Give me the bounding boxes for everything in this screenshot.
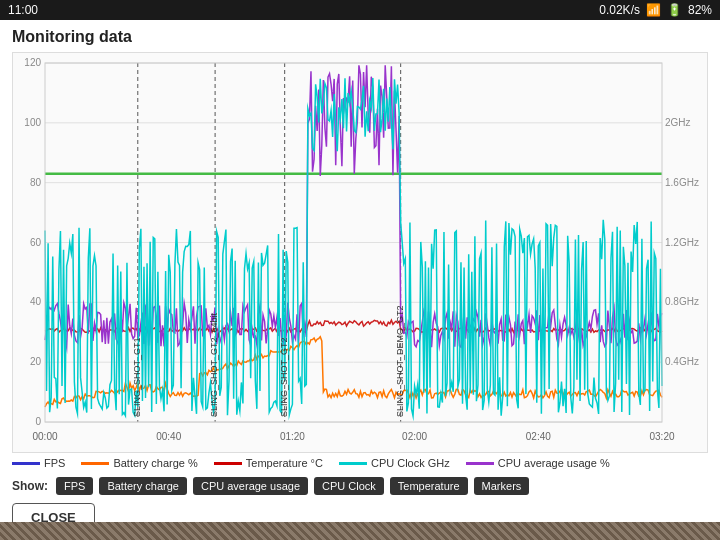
status-bar: 11:00 0.02K/s 📶 🔋 82%	[0, 0, 720, 20]
legend-temperature: Temperature °C	[214, 457, 323, 469]
main-content: Monitoring data FPS Battery charge % Tem…	[0, 20, 720, 540]
battery-icon: 🔋	[667, 3, 682, 17]
legend-battery: Battery charge %	[81, 457, 197, 469]
legend-fps: FPS	[12, 457, 65, 469]
status-right: 0.02K/s 📶 🔋 82%	[599, 3, 712, 17]
show-row: Show: FPS Battery charge CPU average usa…	[12, 473, 708, 499]
legend-row: FPS Battery charge % Temperature °C CPU …	[12, 453, 708, 473]
wifi-icon: 📶	[646, 3, 661, 17]
chart-container	[12, 52, 708, 453]
show-markers-button[interactable]: Markers	[474, 477, 530, 495]
legend-battery-label: Battery charge %	[113, 457, 197, 469]
legend-cpu-clock: CPU Clock GHz	[339, 457, 450, 469]
legend-cpu-clock-label: CPU Clock GHz	[371, 457, 450, 469]
status-time: 11:00	[8, 3, 38, 17]
show-temperature-button[interactable]: Temperature	[390, 477, 468, 495]
show-label: Show:	[12, 479, 48, 493]
legend-fps-label: FPS	[44, 457, 65, 469]
legend-temperature-label: Temperature °C	[246, 457, 323, 469]
bottom-strip	[0, 522, 720, 540]
show-fps-button[interactable]: FPS	[56, 477, 93, 495]
legend-battery-line	[81, 462, 109, 465]
legend-cpu-clock-line	[339, 462, 367, 465]
legend-temperature-line	[214, 462, 242, 465]
show-cpu-avg-button[interactable]: CPU average usage	[193, 477, 308, 495]
page-title: Monitoring data	[12, 28, 708, 46]
network-speed: 0.02K/s	[599, 3, 640, 17]
show-cpu-clock-button[interactable]: CPU Clock	[314, 477, 384, 495]
show-battery-button[interactable]: Battery charge	[99, 477, 187, 495]
battery-percent: 82%	[688, 3, 712, 17]
legend-fps-line	[12, 462, 40, 465]
legend-cpu-avg-label: CPU average usage %	[498, 457, 610, 469]
legend-cpu-avg: CPU average usage %	[466, 457, 610, 469]
legend-cpu-avg-line	[466, 462, 494, 465]
monitoring-chart	[13, 53, 707, 452]
